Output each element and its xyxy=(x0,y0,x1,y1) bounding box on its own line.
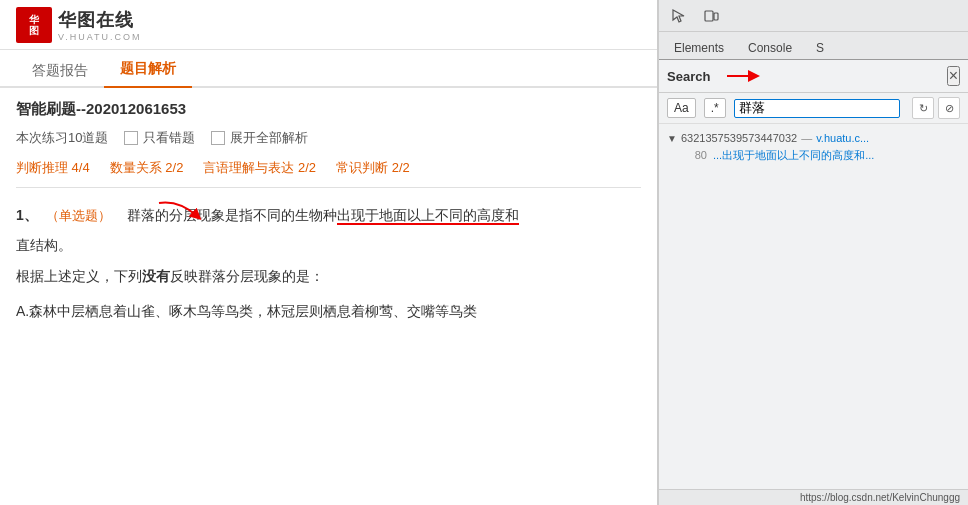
question-definition: 根据上述定义，下列没有反映群落分层现象的是： xyxy=(16,264,641,289)
logo-domain: V.HUATU.COM xyxy=(58,32,142,42)
search-action-btns: ↻ ⊘ xyxy=(912,97,960,119)
file-id: 6321357539573447032 xyxy=(681,132,797,144)
result-text: ...出现于地面以上不同的高度和... xyxy=(713,148,874,163)
dt-toolbar xyxy=(659,0,968,32)
category-bar: 判断推理 4/4 数量关系 2/2 言语理解与表达 2/2 常识判断 2/2 xyxy=(0,153,657,187)
url-domain[interactable]: v.huatu.c... xyxy=(816,132,869,144)
expand-arrow-icon[interactable]: ▼ xyxy=(667,133,677,144)
only-wrong-label[interactable]: 只看错题 xyxy=(124,129,195,147)
exercise-bar: 本次练习10道题 只看错题 展开全部解析 xyxy=(0,123,657,153)
red-arrow-devtools xyxy=(722,66,762,86)
question-header: 1、 （单选题） 群落的分层现象是指不同的生物种出现于地面以上不同的高度和 xyxy=(16,204,641,228)
dt-search-header: Search × xyxy=(659,60,968,93)
aa-button[interactable]: Aa xyxy=(667,98,696,118)
search-input[interactable] xyxy=(739,101,895,116)
question-type: （单选题） xyxy=(46,207,111,225)
exercise-count: 本次练习10道题 xyxy=(16,129,108,147)
search-title: Search xyxy=(667,69,710,84)
tab-answer-report[interactable]: 答题报告 xyxy=(16,54,104,88)
logo-box: 华 图 华图在线 V.HUATU.COM xyxy=(16,7,142,43)
tab-question-analysis[interactable]: 题目解析 xyxy=(104,52,192,88)
logo-name: 华图在线 xyxy=(58,8,142,32)
question-options: A.森林中层栖息着山雀、啄木鸟等鸟类，林冠层则栖息着柳莺、交嘴等鸟类 xyxy=(16,297,641,325)
only-wrong-checkbox[interactable] xyxy=(124,131,138,145)
devtools-panel: Elements Console S Search × Aa .* ↻ ⊘ xyxy=(658,0,968,505)
dt-tab-elements[interactable]: Elements xyxy=(663,36,735,59)
inspect-element-btn[interactable] xyxy=(665,3,693,29)
search-input-wrap xyxy=(734,99,900,118)
dt-results: ▼ 6321357539573447032 — v.huatu.c... 80 … xyxy=(659,124,968,489)
cat-judgment[interactable]: 判断推理 4/4 xyxy=(16,159,90,177)
device-toolbar-btn[interactable] xyxy=(697,3,725,29)
cat-language[interactable]: 言语理解与表达 2/2 xyxy=(203,159,316,177)
header: 华 图 华图在线 V.HUATU.COM xyxy=(0,0,657,50)
question-number: 1、 xyxy=(16,207,38,225)
svg-rect-2 xyxy=(705,11,713,21)
dt-tab-bar: Elements Console S xyxy=(659,32,968,60)
page-title: 智能刷题--202012061653 xyxy=(0,88,657,123)
dt-tab-sources[interactable]: S xyxy=(805,36,835,59)
highlighted-text: 出现于地面以上不同的高度和 xyxy=(337,207,519,225)
result-item[interactable]: 80 ...出现于地面以上不同的高度和... xyxy=(667,146,960,165)
cat-common[interactable]: 常识判断 2/2 xyxy=(336,159,410,177)
search-close-btn[interactable]: × xyxy=(947,66,960,86)
expand-all-label[interactable]: 展开全部解析 xyxy=(211,129,308,147)
svg-marker-1 xyxy=(673,10,684,22)
tab-bar: 答题报告 题目解析 xyxy=(0,50,657,88)
question-continuation: 直结构。 xyxy=(16,234,641,258)
dt-status-bar: https://blog.csdn.net/KelvinChunggg xyxy=(659,489,968,505)
red-arrow-annotation xyxy=(149,198,209,222)
svg-rect-3 xyxy=(714,13,718,20)
no-btn[interactable]: ⊘ xyxy=(938,97,960,119)
logo-text: 华图在线 V.HUATU.COM xyxy=(58,8,142,42)
url-separator: — xyxy=(801,132,812,144)
result-group: ▼ 6321357539573447032 — v.huatu.c... 80 … xyxy=(659,128,968,169)
main-content: 华 图 华图在线 V.HUATU.COM 答题报告 题目解析 智能刷题--202… xyxy=(0,0,658,505)
bold-no: 没有 xyxy=(142,268,170,284)
result-line-number: 80 xyxy=(683,149,707,161)
logo-icon: 华 图 xyxy=(16,7,52,43)
status-url: https://blog.csdn.net/KelvinChunggg xyxy=(800,492,960,503)
refresh-btn[interactable]: ↻ xyxy=(912,97,934,119)
cat-quantity[interactable]: 数量关系 2/2 xyxy=(110,159,184,177)
option-a: A.森林中层栖息着山雀、啄木鸟等鸟类，林冠层则栖息着柳莺、交嘴等鸟类 xyxy=(16,297,641,325)
expand-all-checkbox[interactable] xyxy=(211,131,225,145)
dt-search-options: Aa .* ↻ ⊘ xyxy=(659,93,968,124)
dt-tab-console[interactable]: Console xyxy=(737,36,803,59)
result-url: ▼ 6321357539573447032 — v.huatu.c... xyxy=(667,132,960,144)
question-area: 1、 （单选题） 群落的分层现象是指不同的生物种出现于地面以上不同的高度和 直结… xyxy=(0,188,657,505)
regex-button[interactable]: .* xyxy=(704,98,726,118)
